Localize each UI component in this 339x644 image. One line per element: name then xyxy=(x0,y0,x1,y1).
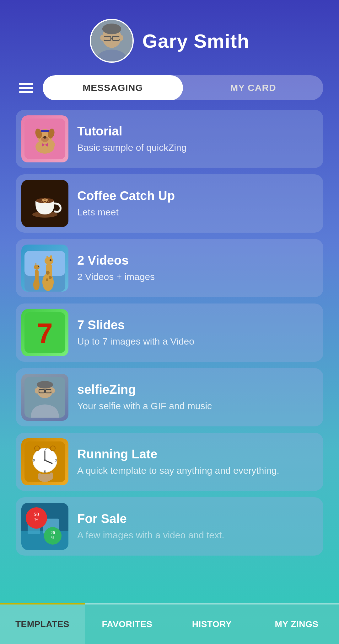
svg-point-29 xyxy=(45,257,53,265)
list-item-tutorial[interactable]: Tutorial Basic sample of quickZing xyxy=(16,110,323,168)
svg-point-45 xyxy=(37,381,53,388)
thumbnail-selfiezing xyxy=(21,374,68,421)
item-text-forsale: For Sale A few images with a video and t… xyxy=(77,512,224,541)
svg-rect-37 xyxy=(35,270,39,284)
list-item-7slides[interactable]: 7 7 Slides Up to 7 images with a Video xyxy=(16,304,323,362)
svg-point-2 xyxy=(102,24,121,34)
hamburger-button[interactable] xyxy=(16,80,36,96)
svg-point-68 xyxy=(50,446,55,451)
thumbnail-tutorial xyxy=(21,115,68,162)
svg-point-40 xyxy=(38,266,39,267)
item-title-runninglate: Running Late xyxy=(77,447,279,461)
list-item-selfiezing[interactable]: selfieZing Your selfie with a GIF and mu… xyxy=(16,368,323,426)
svg-point-32 xyxy=(46,271,50,275)
item-title-selfiezing: selfieZing xyxy=(77,383,212,397)
user-name-text: Gary Smith xyxy=(143,30,250,52)
list-item-forsale[interactable]: 50 % 20 % For Sale A few images with a v… xyxy=(16,497,323,556)
thumbnail-forsale: 50 % 20 % xyxy=(21,503,68,550)
svg-point-49 xyxy=(35,388,39,393)
svg-point-6 xyxy=(100,35,104,41)
header: Gary Smith xyxy=(0,0,339,75)
svg-rect-19 xyxy=(41,130,49,132)
item-title-tutorial: Tutorial xyxy=(77,124,187,138)
messaging-tab-button[interactable]: MESSAGING xyxy=(43,75,183,100)
svg-text:%: % xyxy=(34,517,39,522)
list-item-coffee[interactable]: Coffee Catch Up Lets meet xyxy=(16,174,323,233)
svg-point-50 xyxy=(51,388,55,393)
svg-point-33 xyxy=(49,276,52,279)
messaging-toggle-group: MESSAGING MY CARD xyxy=(43,75,323,100)
tab-templates[interactable]: TEMPLATES xyxy=(0,603,85,644)
svg-rect-56 xyxy=(50,472,53,480)
list-item-2videos[interactable]: 2 Videos 2 Videos + images xyxy=(16,239,323,297)
tab-myzings[interactable]: MY ZINGS xyxy=(254,603,339,644)
item-text-tutorial: Tutorial Basic sample of quickZing xyxy=(77,124,187,154)
tab-favorites[interactable]: FAVORITES xyxy=(85,603,170,644)
hamburger-line-2 xyxy=(19,87,33,89)
svg-point-7 xyxy=(119,35,123,41)
svg-rect-30 xyxy=(46,256,48,260)
thumbnail-7slides: 7 xyxy=(21,309,68,356)
svg-rect-39 xyxy=(35,263,36,267)
item-title-7slides: 7 Slides xyxy=(77,318,194,332)
svg-text:12: 12 xyxy=(43,447,47,451)
profile-row: Gary Smith xyxy=(90,19,250,63)
svg-text:9: 9 xyxy=(33,459,35,462)
item-text-7slides: 7 Slides Up to 7 images with a Video xyxy=(77,318,194,347)
item-subtitle-7slides: Up to 7 images with a Video xyxy=(77,335,194,347)
svg-text:20: 20 xyxy=(51,531,55,535)
svg-point-15 xyxy=(43,136,46,139)
item-title-forsale: For Sale xyxy=(77,512,224,526)
svg-text:%: % xyxy=(51,536,55,540)
svg-point-67 xyxy=(35,446,40,451)
my-card-tab-button[interactable]: MY CARD xyxy=(183,75,323,100)
svg-text:7: 7 xyxy=(37,318,53,349)
item-subtitle-runninglate: A quick template to say anything and eve… xyxy=(77,464,279,477)
item-subtitle-selfiezing: Your selfie with a GIF and music xyxy=(77,400,212,412)
item-text-runninglate: Running Late A quick template to say any… xyxy=(77,447,279,477)
nav-bar: MESSAGING MY CARD xyxy=(0,75,339,100)
svg-point-34 xyxy=(46,278,48,281)
svg-point-66 xyxy=(44,459,46,461)
avatar-image xyxy=(91,20,132,61)
svg-rect-53 xyxy=(38,473,41,480)
tab-history-label: HISTORY xyxy=(192,619,232,629)
list-item-runninglate[interactable]: 12 3 6 9 Running Late A quick template t… xyxy=(16,433,323,491)
svg-text:6: 6 xyxy=(44,470,46,473)
hamburger-line-3 xyxy=(19,91,33,93)
svg-point-35 xyxy=(50,259,51,261)
svg-rect-26 xyxy=(24,251,65,276)
svg-text:50: 50 xyxy=(34,512,39,517)
tab-bar: TEMPLATES FAVORITES HISTORY MY ZINGS xyxy=(0,603,339,644)
template-list: Tutorial Basic sample of quickZing xyxy=(0,110,339,603)
item-text-2videos: 2 Videos 2 Videos + images xyxy=(77,253,155,283)
hamburger-line-1 xyxy=(19,83,33,85)
item-title-2videos: 2 Videos xyxy=(77,253,155,267)
item-subtitle-tutorial: Basic sample of quickZing xyxy=(77,141,187,154)
item-text-selfiezing: selfieZing Your selfie with a GIF and mu… xyxy=(77,383,212,412)
avatar xyxy=(90,19,134,63)
item-subtitle-coffee: Lets meet xyxy=(77,206,175,218)
item-title-coffee: Coffee Catch Up xyxy=(77,189,175,203)
tab-favorites-label: FAVORITES xyxy=(102,619,152,629)
item-text-coffee: Coffee Catch Up Lets meet xyxy=(77,189,175,218)
thumbnail-coffee xyxy=(21,180,68,227)
item-subtitle-forsale: A few images with a video and text. xyxy=(77,529,224,541)
tab-history[interactable]: HISTORY xyxy=(170,603,254,644)
svg-point-38 xyxy=(34,265,40,270)
tab-templates-label: TEMPLATES xyxy=(15,619,69,629)
thumbnail-2videos xyxy=(21,245,68,292)
tab-myzings-label: MY ZINGS xyxy=(275,619,319,629)
item-subtitle-2videos: 2 Videos + images xyxy=(77,271,155,283)
thumbnail-runninglate: 12 3 6 9 xyxy=(21,438,68,485)
svg-text:3: 3 xyxy=(55,459,57,462)
